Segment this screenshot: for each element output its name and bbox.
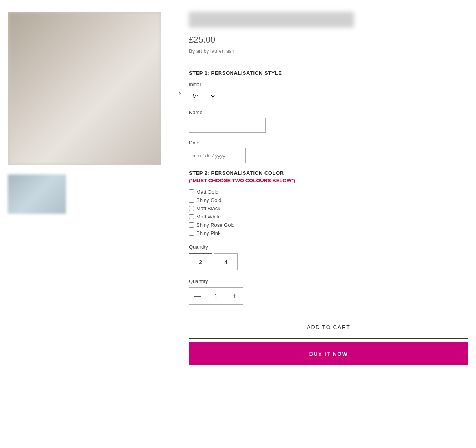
product-by: By art by lauren ash — [189, 48, 468, 54]
date-field-group: Date — [189, 140, 468, 163]
checkbox-matt-black: Matt Black — [189, 205, 468, 211]
main-image-wrapper: › — [8, 12, 161, 173]
checkbox-matt-black-input[interactable] — [189, 206, 194, 211]
checkbox-shiny-gold-input[interactable] — [189, 198, 194, 203]
name-field-group: Name — [189, 109, 468, 133]
checkbox-matt-white: Matt White — [189, 214, 468, 220]
must-choose-text: (*MUST CHOOSE TWO COLOURS BELOW*) — [189, 178, 468, 183]
checkbox-shiny-gold-label[interactable]: Shiny Gold — [196, 197, 221, 203]
quantity-stepper-section: Quantity — 1 + — [189, 278, 468, 305]
quantity-plus-button[interactable]: + — [226, 287, 243, 305]
initial-label: Initial — [189, 81, 468, 87]
product-title-blurred — [189, 12, 354, 28]
qty-box-2[interactable]: 2 — [189, 253, 212, 270]
thumbnail-image[interactable] — [8, 174, 66, 214]
quantity-stepper: — 1 + — [189, 287, 468, 305]
date-input[interactable] — [189, 148, 246, 163]
quantity-pack-options: 2 4 — [189, 253, 468, 270]
main-product-image — [8, 12, 161, 165]
checkbox-shiny-rose-gold-label[interactable]: Shiny Rose Gold — [196, 222, 235, 228]
checkbox-matt-gold: Matt Gold — [189, 189, 468, 195]
checkbox-matt-white-input[interactable] — [189, 214, 194, 219]
checkbox-matt-black-label[interactable]: Matt Black — [196, 205, 220, 211]
right-panel: £25.00 By art by lauren ash STEP 1: PERS… — [189, 12, 468, 365]
checkbox-shiny-pink: Shiny Pink — [189, 230, 468, 236]
initial-field-group: Initial Mr Mrs Ms Miss Dr — [189, 81, 468, 102]
page-container: › £25.00 By art by lauren ash STEP 1: PE… — [0, 0, 476, 377]
quantity-pack-label: Quantity — [189, 244, 468, 250]
initial-select[interactable]: Mr Mrs Ms Miss Dr — [189, 90, 216, 102]
colour-options: Matt Gold Shiny Gold Matt Black Matt Whi… — [189, 189, 468, 236]
checkbox-matt-white-label[interactable]: Matt White — [196, 214, 221, 220]
product-price: £25.00 — [189, 35, 468, 45]
divider — [189, 62, 468, 62]
buy-now-button[interactable]: BUY IT NOW — [189, 342, 468, 365]
quantity-stepper-label: Quantity — [189, 278, 468, 284]
left-panel: › — [8, 12, 173, 365]
step1-title: STEP 1: PERSONALISATION STYLE — [189, 70, 468, 76]
checkbox-matt-gold-input[interactable] — [189, 189, 194, 194]
date-label: Date — [189, 140, 468, 146]
step2-title: STEP 2: PERSONALISATION COLOR — [189, 170, 468, 176]
next-arrow[interactable]: › — [178, 88, 181, 97]
quantity-value: 1 — [206, 287, 226, 305]
checkbox-shiny-rose-gold-input[interactable] — [189, 222, 194, 228]
quantity-pack-section: Quantity 2 4 — [189, 244, 468, 270]
name-input[interactable] — [189, 118, 266, 133]
name-label: Name — [189, 109, 468, 115]
checkbox-shiny-pink-label[interactable]: Shiny Pink — [196, 230, 220, 236]
checkbox-matt-gold-label[interactable]: Matt Gold — [196, 189, 218, 195]
add-to-cart-button[interactable]: ADD TO CART — [189, 316, 468, 339]
checkbox-shiny-gold: Shiny Gold — [189, 197, 468, 203]
quantity-minus-button[interactable]: — — [189, 287, 206, 305]
qty-box-4[interactable]: 4 — [214, 253, 238, 270]
checkbox-shiny-rose-gold: Shiny Rose Gold — [189, 222, 468, 228]
checkbox-shiny-pink-input[interactable] — [189, 231, 194, 236]
